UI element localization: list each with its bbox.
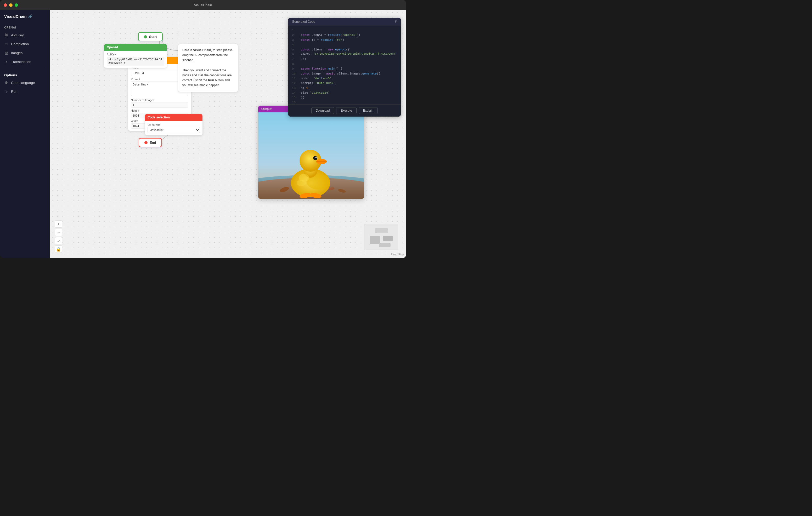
openai-node-header: OpenAI xyxy=(104,44,167,51)
mini-node-start xyxy=(375,228,388,233)
gear-icon: ⚙ xyxy=(4,81,8,85)
traffic-lights xyxy=(4,3,18,7)
apikey-value: sk-tc2yg0l5aH7LwvKSlTDWT3BlbkFJzm0dAzShT… xyxy=(107,57,164,66)
sidebar-item-apikey[interactable]: ⌘ API Key xyxy=(0,31,50,39)
svg-point-17 xyxy=(297,180,306,186)
start-label: Start xyxy=(149,35,157,39)
code-line-6: 6 apiKey: 'sk-tc2yg0l5aH7LwvKSlTDWT3Blbk… xyxy=(288,52,401,57)
explain-button[interactable]: Explain xyxy=(359,107,378,114)
code-selection-header: Code selection xyxy=(145,114,202,121)
chat-icon: ▭ xyxy=(4,42,8,46)
maximize-button[interactable] xyxy=(14,3,18,7)
sidebar-item-completion[interactable]: ▭ Completion xyxy=(0,39,50,48)
code-line-12: 12 prompt: 'Cute Duck', xyxy=(288,81,401,86)
code-line-13: 13 n: 1, xyxy=(288,86,401,90)
info-text: Here is VisualChain, to start please dra… xyxy=(182,48,234,88)
fit-view-button[interactable]: ⤢ xyxy=(55,237,62,244)
code-line-9: 9async function main() { xyxy=(288,66,401,71)
code-line-8: 8 xyxy=(288,62,401,66)
play-icon: ▷ xyxy=(4,89,8,94)
code-line-10: 10const image = await client.images.gene… xyxy=(288,71,401,76)
apikey-label: ApiKey xyxy=(107,53,164,56)
mini-node-openai xyxy=(383,236,393,241)
language-label: Language: xyxy=(148,123,200,126)
sidebar-item-codelanguage[interactable]: ⚙ Code language xyxy=(0,78,50,87)
num-images-label: Number of Images xyxy=(131,98,188,102)
code-line-16: 16 xyxy=(288,100,401,104)
openai-node[interactable]: OpenAI ApiKey sk-tc2yg0l5aH7LwvKSlTDWT3B… xyxy=(104,44,167,68)
code-line-11: 11 model: 'dall-e-3', xyxy=(288,76,401,81)
end-indicator xyxy=(144,141,148,144)
reactflow-watermark: React Flow xyxy=(391,253,404,256)
download-button[interactable]: Download xyxy=(311,107,334,114)
lock-button[interactable]: 🔒 xyxy=(55,245,62,253)
num-images-value: 1 xyxy=(131,102,188,108)
sidebar-divider xyxy=(4,69,46,69)
sidebar-item-transcription[interactable]: ♪ Transcription xyxy=(0,57,50,66)
svg-point-11 xyxy=(316,157,317,158)
language-select[interactable]: Javascript xyxy=(148,127,200,133)
generated-code-footer: Download Execute Explain xyxy=(288,104,401,117)
end-label: End xyxy=(150,141,156,145)
generated-code-body: 1 2const OpenAI = require('openai'); 3co… xyxy=(288,26,401,104)
gen-code-title: Generated Code xyxy=(292,20,315,24)
output-image xyxy=(258,113,364,199)
sidebar-item-run[interactable]: ▷ Run xyxy=(0,87,50,96)
code-line-1: 1 xyxy=(288,28,401,33)
music-icon: ♪ xyxy=(4,60,8,64)
close-button[interactable] xyxy=(4,3,7,7)
canvas-controls: + − ⤢ 🔒 xyxy=(55,220,62,253)
execute-button[interactable]: Execute xyxy=(336,107,356,114)
sidebar-logo: VisualChain 🔗 xyxy=(0,14,50,24)
start-indicator xyxy=(144,35,147,38)
mini-node-end xyxy=(379,243,390,247)
output-panel: Output xyxy=(258,105,364,199)
code-line-7: 7}); xyxy=(288,57,401,61)
code-selection-body: Language: Javascript xyxy=(145,121,202,135)
generated-code-panel: Generated Code ⎘ 1 2const OpenAI = requi… xyxy=(288,18,401,117)
sidebar-section-openai: OpenAI xyxy=(0,24,50,31)
code-line-15: 15}) xyxy=(288,95,401,100)
code-selection-node[interactable]: Code selection Language: Javascript xyxy=(145,114,202,135)
mini-node-images xyxy=(370,236,380,244)
minimize-button[interactable] xyxy=(9,3,12,7)
code-line-14: 14 size:'1024x1024' xyxy=(288,90,401,95)
window-title: VisualChain xyxy=(194,3,212,7)
code-line-3: 3const fs = require('fs'); xyxy=(288,38,401,42)
generated-code-header: Generated Code ⎘ xyxy=(288,18,401,26)
copy-icon[interactable]: ⎘ xyxy=(395,20,397,24)
info-box: Here is VisualChain, to start please dra… xyxy=(178,44,238,92)
canvas-area[interactable]: Start OpenAI ApiKey sk-tc2yg0l5aH7LwvKSl… xyxy=(50,10,406,258)
titlebar: VisualChain xyxy=(0,0,406,10)
start-node: Start xyxy=(138,32,163,41)
key-icon: ⌘ xyxy=(4,33,8,37)
sidebar-section-options: Options xyxy=(0,72,50,78)
svg-point-10 xyxy=(313,156,317,160)
mini-thumbnail xyxy=(364,224,398,250)
zoom-out-button[interactable]: − xyxy=(55,229,62,236)
app-window: VisualChain VisualChain 🔗 OpenAI ⌘ API K… xyxy=(0,0,406,258)
end-node: End xyxy=(139,138,162,147)
duck-illustration xyxy=(258,113,364,199)
image-icon: ▨ xyxy=(4,51,8,55)
code-line-4: 4 xyxy=(288,42,401,47)
sidebar-item-images[interactable]: ▨ Images xyxy=(0,48,50,57)
sidebar: VisualChain 🔗 OpenAI ⌘ API Key ▭ Complet… xyxy=(0,10,50,258)
code-line-2: 2const OpenAI = require('openai'); xyxy=(288,33,401,37)
zoom-in-button[interactable]: + xyxy=(55,220,62,228)
height-label: Height xyxy=(131,109,188,112)
code-line-5: 5const client = new OpenAI({ xyxy=(288,47,401,52)
openai-node-body: ApiKey sk-tc2yg0l5aH7LwvKSlTDWT3BlbkFJzm… xyxy=(104,51,167,68)
main-layout: VisualChain 🔗 OpenAI ⌘ API Key ▭ Complet… xyxy=(0,10,406,258)
